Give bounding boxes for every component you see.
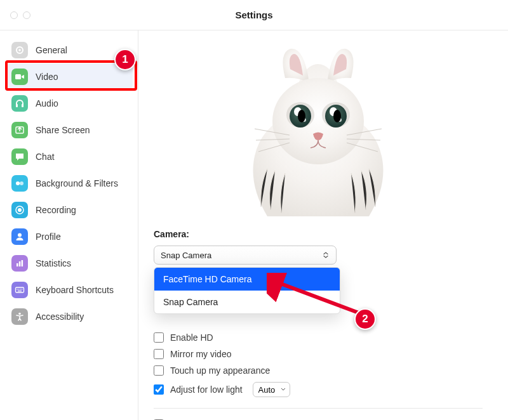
enable-hd-option[interactable]: Enable HD bbox=[154, 329, 483, 346]
svg-point-7 bbox=[20, 181, 23, 185]
camera-dropdown[interactable]: Snap Camera FaceTime HD CameraSnap Camer… bbox=[154, 246, 337, 265]
svg-point-1 bbox=[18, 49, 21, 51]
touch-up-label: Touch up my appearance bbox=[170, 365, 270, 376]
accessibility-icon bbox=[11, 308, 28, 325]
keyboard-icon bbox=[11, 282, 28, 298]
sidebar-item-label: Recording bbox=[36, 205, 76, 215]
sidebar-item-label: Statistics bbox=[36, 258, 71, 268]
sidebar-item-label: Audio bbox=[36, 98, 58, 108]
content-pane: Camera: Snap Camera FaceTime HD CameraSn… bbox=[138, 30, 508, 420]
svg-point-31 bbox=[333, 110, 341, 122]
svg-rect-3 bbox=[16, 104, 18, 107]
annotation-circle-1: 1 bbox=[114, 49, 136, 70]
camera-select-button[interactable]: Snap Camera bbox=[154, 246, 337, 265]
chat-icon bbox=[11, 148, 28, 165]
svg-rect-2 bbox=[15, 74, 21, 79]
low-light-mode-select[interactable]: Auto bbox=[253, 382, 290, 397]
sidebar-item-accessibility[interactable]: Accessibility bbox=[5, 303, 133, 330]
titlebar: Settings bbox=[0, 0, 508, 30]
svg-point-17 bbox=[20, 289, 21, 290]
chevron-updown-icon bbox=[322, 251, 330, 259]
camera-option[interactable]: FaceTime HD Camera bbox=[154, 268, 340, 291]
settings-window: Settings GeneralVideoAudioShare ScreenCh… bbox=[0, 0, 508, 420]
low-light-option[interactable]: Adjust for low light Auto bbox=[154, 379, 483, 400]
share-icon bbox=[11, 122, 28, 138]
profile-icon bbox=[11, 228, 28, 245]
svg-point-10 bbox=[18, 233, 22, 237]
svg-rect-12 bbox=[19, 261, 21, 266]
mirror-video-label: Mirror my video bbox=[170, 349, 231, 359]
stats-icon bbox=[11, 255, 28, 272]
record-icon bbox=[11, 202, 28, 218]
enable-hd-label: Enable HD bbox=[170, 332, 213, 343]
svg-point-18 bbox=[22, 289, 23, 290]
touch-up-checkbox[interactable] bbox=[154, 365, 164, 376]
gear-icon bbox=[11, 42, 28, 58]
enable-hd-checkbox[interactable] bbox=[154, 332, 164, 343]
svg-point-20 bbox=[18, 313, 21, 315]
camera-selected-value: Snap Camera bbox=[161, 251, 211, 260]
sidebar-item-label: Profile bbox=[36, 232, 61, 242]
sidebar-item-label: Share Screen bbox=[36, 125, 90, 135]
sidebar-item-label: General bbox=[36, 45, 67, 55]
headphones-icon bbox=[11, 95, 28, 112]
svg-rect-11 bbox=[17, 263, 18, 266]
sidebar-item-label: Video bbox=[36, 72, 58, 82]
minimize-dot[interactable] bbox=[23, 11, 30, 19]
svg-point-15 bbox=[17, 289, 18, 290]
window-controls[interactable] bbox=[10, 11, 30, 19]
sidebar-item-label: Chat bbox=[36, 152, 55, 162]
sidebar-item-statistics[interactable]: Statistics bbox=[5, 250, 133, 277]
sidebar-item-keyboard-shortcuts[interactable]: Keyboard Shortcuts bbox=[5, 277, 133, 303]
close-dot[interactable] bbox=[10, 11, 18, 19]
annotation-circle-2: 2 bbox=[354, 308, 376, 330]
sidebar-item-recording[interactable]: Recording bbox=[5, 197, 133, 223]
participant-name-option[interactable]: Always display participant name on their… bbox=[154, 416, 483, 420]
svg-point-9 bbox=[18, 208, 22, 212]
window-title: Settings bbox=[0, 10, 508, 20]
camera-label: Camera: bbox=[154, 229, 483, 239]
divider bbox=[154, 408, 483, 409]
svg-rect-14 bbox=[16, 287, 24, 292]
sidebar-item-label: Keyboard Shortcuts bbox=[36, 285, 114, 295]
video-icon bbox=[11, 69, 28, 85]
filters-icon bbox=[11, 175, 28, 192]
svg-point-30 bbox=[298, 110, 305, 122]
low-light-checkbox[interactable] bbox=[154, 384, 164, 395]
mirror-video-checkbox[interactable] bbox=[154, 349, 164, 359]
svg-point-21 bbox=[272, 78, 364, 164]
sidebar-item-chat[interactable]: Chat bbox=[5, 143, 133, 170]
svg-rect-4 bbox=[22, 104, 23, 107]
sidebar-item-profile[interactable]: Profile bbox=[5, 223, 133, 250]
mirror-video-option[interactable]: Mirror my video bbox=[154, 346, 483, 362]
touch-up-option[interactable]: Touch up my appearance bbox=[154, 362, 483, 379]
cat-preview-image bbox=[229, 39, 407, 216]
camera-dropdown-menu: FaceTime HD CameraSnap Camera bbox=[154, 267, 340, 314]
video-preview bbox=[154, 36, 483, 216]
sidebar: GeneralVideoAudioShare ScreenChatBackgro… bbox=[0, 30, 138, 420]
sidebar-item-label: Accessibility bbox=[36, 312, 84, 322]
svg-rect-13 bbox=[22, 260, 23, 266]
low-light-label: Adjust for low light bbox=[170, 384, 243, 395]
svg-point-6 bbox=[16, 181, 20, 185]
sidebar-item-label: Background & Filters bbox=[36, 178, 118, 188]
camera-option[interactable]: Snap Camera bbox=[154, 291, 340, 313]
svg-point-16 bbox=[18, 289, 20, 290]
sidebar-item-background-filters[interactable]: Background & Filters bbox=[5, 170, 133, 197]
sidebar-item-share-screen[interactable]: Share Screen bbox=[5, 117, 133, 143]
sidebar-item-video[interactable]: Video bbox=[5, 63, 133, 90]
svg-rect-19 bbox=[18, 291, 22, 291]
sidebar-item-audio[interactable]: Audio bbox=[5, 90, 133, 117]
sidebar-item-general[interactable]: General bbox=[5, 37, 133, 63]
